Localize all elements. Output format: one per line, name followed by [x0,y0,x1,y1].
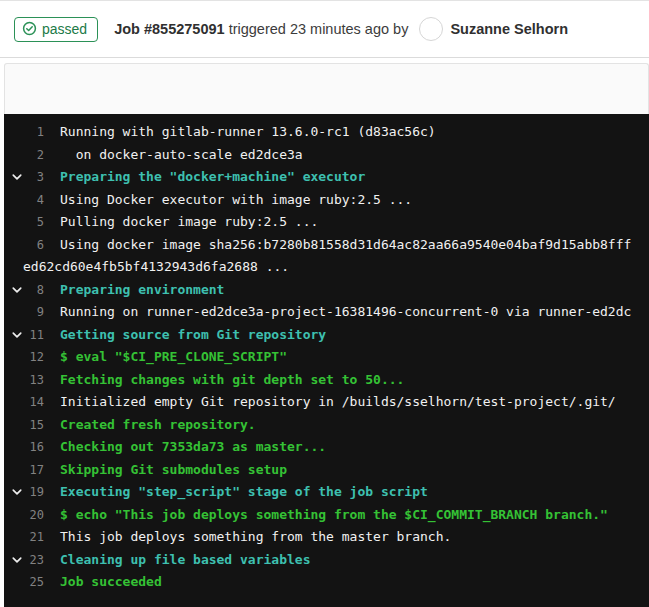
line-number[interactable]: 17 [25,459,44,482]
log-line: 13Fetching changes with git depth set to… [8,369,649,392]
line-number[interactable]: 3 [25,166,44,189]
triggered-text: triggered 23 minutes ago by [225,21,413,37]
chevron-slot [8,234,25,257]
job-number[interactable]: Job #855275091 [114,21,224,37]
log-text: Running with gitlab-runner 13.6.0-rc1 (d… [60,121,436,144]
chevron-slot [8,526,25,549]
chevron-slot [8,459,25,482]
chevron-slot [8,144,25,167]
job-header: passed Job #855275091 triggered 23 minut… [0,0,649,58]
line-number[interactable]: 23 [25,549,44,572]
line-number[interactable]: 15 [25,414,44,437]
log-text: $ echo "This job deploys something from … [60,504,608,527]
log-text: on docker-auto-scale ed2dce3a [60,144,303,167]
log-text: Using docker image sha256:b7280b81558d31… [60,234,631,257]
log-line: 23Cleaning up file based variables [8,549,649,572]
log-text: Skipping Git submodules setup [60,459,287,482]
chevron-down-icon[interactable] [8,324,25,347]
log-line: 21This job deploys something from the ma… [8,526,649,549]
log-text: Using Docker executor with image ruby:2.… [60,189,412,212]
job-log: 1Running with gitlab-runner 13.6.0-rc1 (… [4,114,649,607]
avatar[interactable] [419,17,443,41]
log-line: 14Initialized empty Git repository in /b… [8,391,649,414]
chevron-slot [8,369,25,392]
chevron-slot [8,189,25,212]
log-line: 11Getting source from Git repository [8,324,649,347]
log-text: $ eval "$CI_PRE_CLONE_SCRIPT" [60,346,287,369]
chevron-down-icon[interactable] [8,279,25,302]
status-badge[interactable]: passed [14,17,98,42]
line-number[interactable]: 12 [25,346,44,369]
log-line: 19Executing "step_script" stage of the j… [8,481,649,504]
log-line: 15Created fresh repository. [8,414,649,437]
log-text: Pulling docker image ruby:2.5 ... [60,211,318,234]
line-number[interactable]: 6 [25,234,44,257]
line-number[interactable]: 25 [25,571,44,594]
log-line: ed62cd60e4fb5bf4132943d6fa2688 ... [8,256,649,279]
log-line: 9Running on runner-ed2dce3a-project-1638… [8,301,649,324]
line-number[interactable]: 2 [25,144,44,167]
line-number[interactable]: 5 [25,211,44,234]
chevron-down-icon[interactable] [8,166,25,189]
line-number[interactable]: 4 [25,189,44,212]
log-text: This job deploys something from the mast… [60,526,451,549]
log-line: 6Using docker image sha256:b7280b81558d3… [8,234,649,257]
chevron-slot [8,121,25,144]
log-text: Created fresh repository. [60,414,256,437]
line-number[interactable]: 16 [25,436,44,459]
log-line: 25Job succeeded [8,571,649,594]
chevron-slot [8,571,25,594]
log-line: 16Checking out 7353da73 as master... [8,436,649,459]
status-badge-label: passed [42,21,87,37]
log-text: ed62cd60e4fb5bf4132943d6fa2688 ... [23,256,289,279]
line-number[interactable]: 14 [25,391,44,414]
chevron-slot [8,211,25,234]
log-line: 1Running with gitlab-runner 13.6.0-rc1 (… [8,121,649,144]
line-number[interactable]: 1 [25,121,44,144]
user-name[interactable]: Suzanne Selhorn [450,21,568,37]
chevron-slot [8,301,25,324]
chevron-down-icon[interactable] [8,549,25,572]
line-number[interactable]: 9 [25,301,44,324]
chevron-slot [8,414,25,437]
log-text: Initialized empty Git repository in /bui… [60,391,616,414]
line-number[interactable]: 8 [25,279,44,302]
chevron-slot [8,436,25,459]
line-number[interactable]: 19 [25,481,44,504]
log-text: Preparing the "docker+machine" executor [60,166,365,189]
log-line: 2 on docker-auto-scale ed2dce3a [8,144,649,167]
log-text: Cleaning up file based variables [60,549,310,572]
line-number[interactable]: 21 [25,526,44,549]
job-meta: Job #855275091 triggered 23 minutes ago … [114,17,568,41]
log-line: 12$ eval "$CI_PRE_CLONE_SCRIPT" [8,346,649,369]
job-toolbar-panel [4,63,649,114]
log-text: Executing "step_script" stage of the job… [60,481,428,504]
chevron-slot [8,346,25,369]
line-number[interactable]: 11 [25,324,44,347]
log-text: Checking out 7353da73 as master... [60,436,326,459]
log-text: Preparing environment [60,279,224,302]
log-text: Running on runner-ed2dce3a-project-16381… [60,301,631,324]
log-line: 20$ echo "This job deploys something fro… [8,504,649,527]
log-line: 8Preparing environment [8,279,649,302]
check-circle-icon [22,21,37,36]
log-text: Fetching changes with git depth set to 5… [60,369,404,392]
log-line: 3Preparing the "docker+machine" executor [8,166,649,189]
line-number[interactable]: 13 [25,369,44,392]
log-line: 17Skipping Git submodules setup [8,459,649,482]
chevron-slot [8,391,25,414]
line-number[interactable]: 20 [25,504,44,527]
log-text: Getting source from Git repository [60,324,326,347]
chevron-down-icon[interactable] [8,481,25,504]
log-line: 4Using Docker executor with image ruby:2… [8,189,649,212]
log-line: 5Pulling docker image ruby:2.5 ... [8,211,649,234]
log-text: Job succeeded [60,571,162,594]
chevron-slot [8,504,25,527]
